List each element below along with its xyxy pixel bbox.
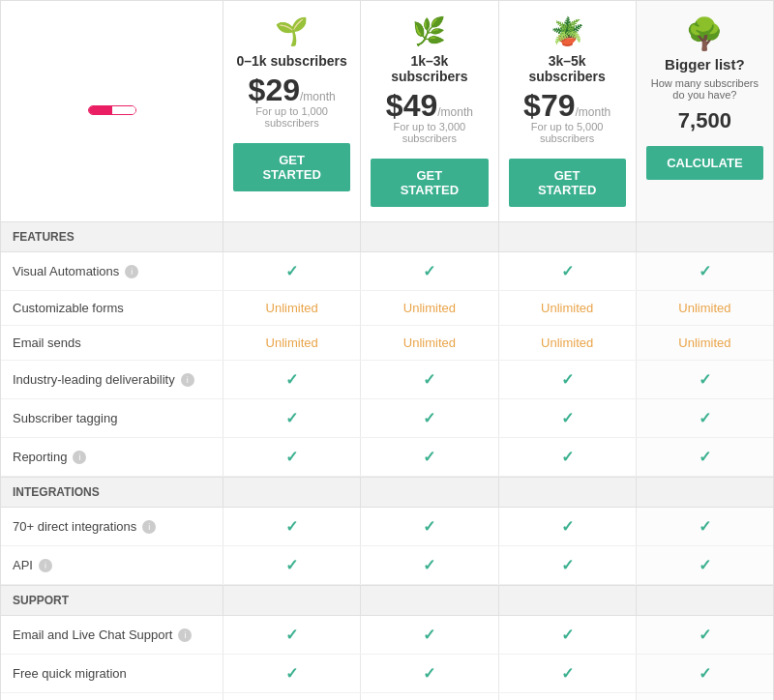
- info-icon[interactable]: i: [142, 520, 156, 534]
- plan-price: $79/month: [523, 90, 610, 121]
- unlimited-label: Unlimited: [541, 301, 593, 315]
- section-header-empty-cell: [499, 222, 637, 251]
- get-started-button[interactable]: GET STARTED: [509, 159, 626, 207]
- section-header-empty-cell: [637, 586, 773, 615]
- feature-cell: ✕: [499, 693, 637, 700]
- check-icon: ✓: [285, 626, 298, 644]
- plan-subscribers: 1k–3k subscribers: [371, 53, 488, 84]
- feature-row: Email and Live Chat Supporti✓✓✓✓: [1, 616, 773, 655]
- feature-label: Visual Automationsi: [1, 252, 223, 290]
- check-icon: ✓: [423, 448, 435, 466]
- info-icon[interactable]: i: [181, 373, 194, 387]
- bigger-list-count: 7,500: [678, 108, 731, 133]
- info-icon[interactable]: i: [125, 265, 138, 278]
- feature-label-text: Reporting: [13, 450, 67, 464]
- check-icon: ✓: [699, 448, 711, 466]
- check-icon: ✓: [561, 409, 574, 427]
- header-row: 🌱 0–1k subscribers $29/month For up to 1…: [1, 1, 773, 221]
- feature-cell: Unlimited: [499, 291, 637, 325]
- plan-column-plan-1k: 🌱 0–1k subscribers $29/month For up to 1…: [223, 1, 361, 221]
- feature-cell: ✓: [637, 546, 773, 584]
- feature-cell: ✓: [223, 252, 361, 290]
- info-icon[interactable]: i: [178, 628, 192, 642]
- feature-label: Industry-leading deliverabilityi: [1, 361, 223, 398]
- feature-cell: ✓: [223, 508, 361, 545]
- check-icon: ✓: [699, 664, 711, 683]
- feature-label-text: 70+ direct integrations: [13, 519, 136, 534]
- check-icon: ✓: [423, 626, 435, 644]
- section-header-label: FEATURES: [1, 222, 223, 251]
- feature-label-text: Email and Live Chat Support: [13, 627, 172, 642]
- feature-row: Industry-leading deliverabilityi✓✓✓✓: [1, 361, 773, 399]
- plan-icon: 🪴: [551, 15, 584, 47]
- info-icon[interactable]: i: [39, 559, 52, 572]
- feature-row: Reportingi✓✓✓✓: [1, 438, 773, 477]
- info-icon[interactable]: i: [73, 451, 86, 464]
- feature-cell: ✓: [223, 655, 361, 692]
- feature-cell: ✓: [361, 399, 498, 437]
- check-icon: ✓: [285, 448, 298, 466]
- plan-column-plan-bigger: 🌳 Bigger list? How many subscribers do y…: [637, 1, 773, 221]
- annual-toggle[interactable]: [112, 106, 135, 114]
- unlimited-label: Unlimited: [541, 335, 593, 350]
- section-header-empty-cell: [499, 586, 637, 615]
- feature-cell: ✓: [637, 361, 773, 398]
- feature-cell: ✓: [361, 508, 498, 545]
- section-header-empty-cell: [361, 586, 498, 615]
- feature-cell: ✓: [637, 399, 773, 437]
- feature-row: Free concierge migrationi✕✕✕✓: [1, 693, 773, 700]
- calculate-button[interactable]: CALCULATE: [646, 146, 763, 180]
- feature-sections: FEATURESVisual Automationsi✓✓✓✓Customiza…: [1, 221, 773, 700]
- feature-label: Reportingi: [1, 438, 223, 476]
- feature-cell: ✓: [637, 438, 773, 476]
- section-header-features: FEATURES: [1, 221, 773, 252]
- plan-price: $29/month: [249, 74, 336, 105]
- plan-price: $49/month: [386, 90, 473, 121]
- feature-label-text: Industry-leading deliverability: [13, 372, 175, 387]
- feature-label: Email sends: [1, 326, 223, 360]
- plan-note: For up to 3,000 subscribers: [371, 121, 488, 144]
- feature-label-text: Customizable forms: [13, 301, 124, 315]
- plan-note: For up to 5,000 subscribers: [509, 121, 626, 144]
- feature-cell: Unlimited: [499, 326, 637, 360]
- section-header-integrations: INTEGRATIONS: [1, 477, 773, 508]
- feature-label: Free concierge migrationi: [1, 693, 223, 700]
- feature-cell: ✕: [361, 693, 498, 700]
- check-icon: ✓: [285, 409, 298, 427]
- section-header-label: INTEGRATIONS: [1, 478, 223, 507]
- feature-label: Subscriber tagging: [1, 399, 223, 437]
- get-started-button[interactable]: GET STARTED: [371, 159, 488, 207]
- check-icon: ✓: [699, 409, 711, 427]
- plan-icon: 🌿: [412, 15, 446, 47]
- feature-cell: ✓: [499, 438, 637, 476]
- feature-cell: Unlimited: [361, 291, 498, 325]
- plan-column-plan-3k: 🌿 1k–3k subscribers $49/month For up to …: [361, 1, 498, 221]
- feature-cell: ✓: [223, 399, 361, 437]
- feature-cell: ✓: [499, 399, 637, 437]
- monthly-toggle[interactable]: [89, 106, 112, 114]
- bigger-list-sub: How many subscribers do you have?: [646, 77, 763, 101]
- section-header-empty-cell: [223, 586, 361, 615]
- check-icon: ✓: [285, 262, 298, 280]
- feature-cell: Unlimited: [637, 326, 773, 360]
- feature-cell: ✓: [361, 655, 498, 692]
- feature-cell: ✓: [223, 361, 361, 398]
- check-icon: ✓: [561, 556, 574, 574]
- feature-cell: ✓: [637, 655, 773, 692]
- pricing-table: 🌱 0–1k subscribers $29/month For up to 1…: [0, 0, 774, 700]
- unlimited-label: Unlimited: [266, 301, 318, 315]
- check-icon: ✓: [285, 664, 298, 683]
- section-header-empty-cell: [223, 478, 361, 507]
- feature-cell: ✓: [499, 252, 637, 290]
- feature-cell: ✓: [637, 252, 773, 290]
- get-started-button[interactable]: GET STARTED: [233, 143, 350, 191]
- feature-cell: ✓: [637, 508, 773, 545]
- feature-label: Free quick migration: [1, 655, 223, 692]
- feature-label: Customizable forms: [1, 291, 223, 325]
- unlimited-label: Unlimited: [403, 335, 456, 350]
- feature-cell: Unlimited: [637, 291, 773, 325]
- feature-row: Free quick migration✓✓✓✓: [1, 655, 773, 693]
- check-icon: ✓: [285, 556, 298, 574]
- check-icon: ✓: [423, 664, 435, 683]
- billing-toggle: [88, 105, 136, 115]
